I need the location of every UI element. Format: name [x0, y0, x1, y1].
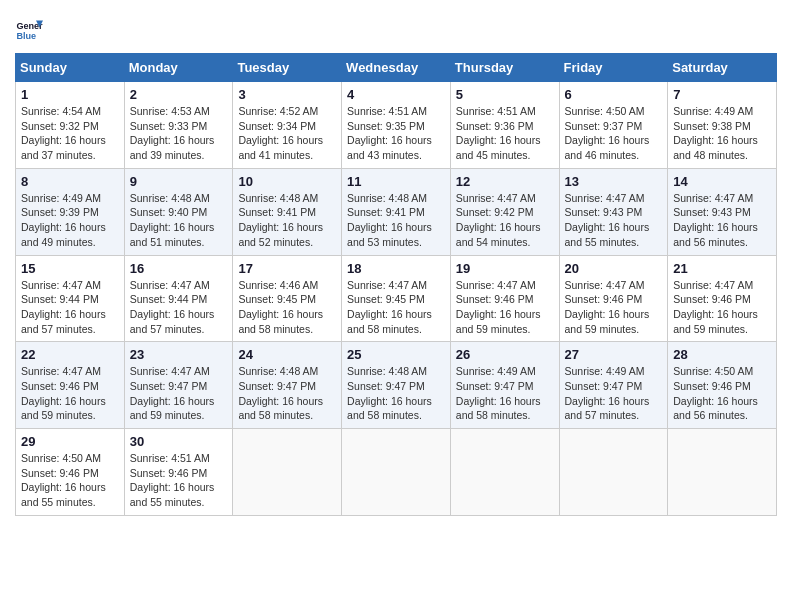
day-number: 22 — [21, 347, 119, 362]
svg-text:Blue: Blue — [16, 31, 36, 41]
calendar-day-cell — [233, 429, 342, 516]
day-of-week-header: Monday — [124, 54, 233, 82]
day-number: 17 — [238, 261, 336, 276]
day-number: 11 — [347, 174, 445, 189]
day-info: Sunrise: 4:52 AMSunset: 9:34 PMDaylight:… — [238, 104, 336, 163]
day-of-week-header: Friday — [559, 54, 668, 82]
calendar-day-cell: 11Sunrise: 4:48 AMSunset: 9:41 PMDayligh… — [342, 168, 451, 255]
day-info: Sunrise: 4:48 AMSunset: 9:47 PMDaylight:… — [347, 364, 445, 423]
day-info: Sunrise: 4:49 AMSunset: 9:38 PMDaylight:… — [673, 104, 771, 163]
day-number: 30 — [130, 434, 228, 449]
day-number: 16 — [130, 261, 228, 276]
day-number: 2 — [130, 87, 228, 102]
day-info: Sunrise: 4:47 AMSunset: 9:46 PMDaylight:… — [456, 278, 554, 337]
day-info: Sunrise: 4:51 AMSunset: 9:36 PMDaylight:… — [456, 104, 554, 163]
day-number: 12 — [456, 174, 554, 189]
calendar-day-cell: 30Sunrise: 4:51 AMSunset: 9:46 PMDayligh… — [124, 429, 233, 516]
day-number: 4 — [347, 87, 445, 102]
day-number: 20 — [565, 261, 663, 276]
calendar-day-cell: 25Sunrise: 4:48 AMSunset: 9:47 PMDayligh… — [342, 342, 451, 429]
day-number: 3 — [238, 87, 336, 102]
calendar-day-cell: 5Sunrise: 4:51 AMSunset: 9:36 PMDaylight… — [450, 82, 559, 169]
day-info: Sunrise: 4:48 AMSunset: 9:41 PMDaylight:… — [238, 191, 336, 250]
day-number: 28 — [673, 347, 771, 362]
page-header: General Blue — [15, 15, 777, 43]
calendar-day-cell: 14Sunrise: 4:47 AMSunset: 9:43 PMDayligh… — [668, 168, 777, 255]
calendar-day-cell: 13Sunrise: 4:47 AMSunset: 9:43 PMDayligh… — [559, 168, 668, 255]
calendar-week-row: 15Sunrise: 4:47 AMSunset: 9:44 PMDayligh… — [16, 255, 777, 342]
calendar-day-cell: 10Sunrise: 4:48 AMSunset: 9:41 PMDayligh… — [233, 168, 342, 255]
calendar-day-cell — [450, 429, 559, 516]
calendar-day-cell: 4Sunrise: 4:51 AMSunset: 9:35 PMDaylight… — [342, 82, 451, 169]
day-info: Sunrise: 4:47 AMSunset: 9:46 PMDaylight:… — [565, 278, 663, 337]
calendar-day-cell: 27Sunrise: 4:49 AMSunset: 9:47 PMDayligh… — [559, 342, 668, 429]
calendar-day-cell — [559, 429, 668, 516]
day-number: 8 — [21, 174, 119, 189]
day-of-week-header: Tuesday — [233, 54, 342, 82]
day-info: Sunrise: 4:47 AMSunset: 9:44 PMDaylight:… — [21, 278, 119, 337]
calendar-day-cell: 16Sunrise: 4:47 AMSunset: 9:44 PMDayligh… — [124, 255, 233, 342]
day-info: Sunrise: 4:47 AMSunset: 9:43 PMDaylight:… — [673, 191, 771, 250]
day-of-week-header: Sunday — [16, 54, 125, 82]
calendar-day-cell: 9Sunrise: 4:48 AMSunset: 9:40 PMDaylight… — [124, 168, 233, 255]
day-of-week-header: Wednesday — [342, 54, 451, 82]
day-info: Sunrise: 4:47 AMSunset: 9:47 PMDaylight:… — [130, 364, 228, 423]
calendar-week-row: 8Sunrise: 4:49 AMSunset: 9:39 PMDaylight… — [16, 168, 777, 255]
calendar-day-cell — [668, 429, 777, 516]
calendar-day-cell: 2Sunrise: 4:53 AMSunset: 9:33 PMDaylight… — [124, 82, 233, 169]
day-info: Sunrise: 4:48 AMSunset: 9:40 PMDaylight:… — [130, 191, 228, 250]
day-number: 7 — [673, 87, 771, 102]
day-number: 27 — [565, 347, 663, 362]
calendar-week-row: 22Sunrise: 4:47 AMSunset: 9:46 PMDayligh… — [16, 342, 777, 429]
day-number: 6 — [565, 87, 663, 102]
calendar: SundayMondayTuesdayWednesdayThursdayFrid… — [15, 53, 777, 516]
calendar-day-cell: 29Sunrise: 4:50 AMSunset: 9:46 PMDayligh… — [16, 429, 125, 516]
day-number: 5 — [456, 87, 554, 102]
day-number: 13 — [565, 174, 663, 189]
day-info: Sunrise: 4:48 AMSunset: 9:41 PMDaylight:… — [347, 191, 445, 250]
calendar-day-cell: 26Sunrise: 4:49 AMSunset: 9:47 PMDayligh… — [450, 342, 559, 429]
calendar-day-cell: 19Sunrise: 4:47 AMSunset: 9:46 PMDayligh… — [450, 255, 559, 342]
day-info: Sunrise: 4:47 AMSunset: 9:43 PMDaylight:… — [565, 191, 663, 250]
calendar-day-cell — [342, 429, 451, 516]
calendar-week-row: 29Sunrise: 4:50 AMSunset: 9:46 PMDayligh… — [16, 429, 777, 516]
day-info: Sunrise: 4:50 AMSunset: 9:46 PMDaylight:… — [21, 451, 119, 510]
calendar-day-cell: 3Sunrise: 4:52 AMSunset: 9:34 PMDaylight… — [233, 82, 342, 169]
calendar-day-cell: 18Sunrise: 4:47 AMSunset: 9:45 PMDayligh… — [342, 255, 451, 342]
day-number: 15 — [21, 261, 119, 276]
day-info: Sunrise: 4:50 AMSunset: 9:46 PMDaylight:… — [673, 364, 771, 423]
day-info: Sunrise: 4:47 AMSunset: 9:42 PMDaylight:… — [456, 191, 554, 250]
day-number: 21 — [673, 261, 771, 276]
day-info: Sunrise: 4:53 AMSunset: 9:33 PMDaylight:… — [130, 104, 228, 163]
calendar-day-cell: 23Sunrise: 4:47 AMSunset: 9:47 PMDayligh… — [124, 342, 233, 429]
day-info: Sunrise: 4:47 AMSunset: 9:46 PMDaylight:… — [673, 278, 771, 337]
calendar-day-cell: 21Sunrise: 4:47 AMSunset: 9:46 PMDayligh… — [668, 255, 777, 342]
day-info: Sunrise: 4:47 AMSunset: 9:46 PMDaylight:… — [21, 364, 119, 423]
calendar-day-cell: 6Sunrise: 4:50 AMSunset: 9:37 PMDaylight… — [559, 82, 668, 169]
calendar-day-cell: 28Sunrise: 4:50 AMSunset: 9:46 PMDayligh… — [668, 342, 777, 429]
calendar-header-row: SundayMondayTuesdayWednesdayThursdayFrid… — [16, 54, 777, 82]
day-number: 25 — [347, 347, 445, 362]
day-number: 24 — [238, 347, 336, 362]
calendar-day-cell: 20Sunrise: 4:47 AMSunset: 9:46 PMDayligh… — [559, 255, 668, 342]
logo-icon: General Blue — [15, 15, 43, 43]
calendar-week-row: 1Sunrise: 4:54 AMSunset: 9:32 PMDaylight… — [16, 82, 777, 169]
calendar-day-cell: 1Sunrise: 4:54 AMSunset: 9:32 PMDaylight… — [16, 82, 125, 169]
day-number: 1 — [21, 87, 119, 102]
day-of-week-header: Saturday — [668, 54, 777, 82]
calendar-day-cell: 12Sunrise: 4:47 AMSunset: 9:42 PMDayligh… — [450, 168, 559, 255]
day-number: 10 — [238, 174, 336, 189]
day-of-week-header: Thursday — [450, 54, 559, 82]
day-number: 23 — [130, 347, 228, 362]
day-info: Sunrise: 4:51 AMSunset: 9:46 PMDaylight:… — [130, 451, 228, 510]
day-number: 9 — [130, 174, 228, 189]
day-info: Sunrise: 4:47 AMSunset: 9:44 PMDaylight:… — [130, 278, 228, 337]
day-number: 19 — [456, 261, 554, 276]
day-info: Sunrise: 4:49 AMSunset: 9:47 PMDaylight:… — [565, 364, 663, 423]
day-number: 14 — [673, 174, 771, 189]
calendar-day-cell: 22Sunrise: 4:47 AMSunset: 9:46 PMDayligh… — [16, 342, 125, 429]
day-number: 29 — [21, 434, 119, 449]
day-number: 26 — [456, 347, 554, 362]
day-info: Sunrise: 4:54 AMSunset: 9:32 PMDaylight:… — [21, 104, 119, 163]
day-info: Sunrise: 4:48 AMSunset: 9:47 PMDaylight:… — [238, 364, 336, 423]
